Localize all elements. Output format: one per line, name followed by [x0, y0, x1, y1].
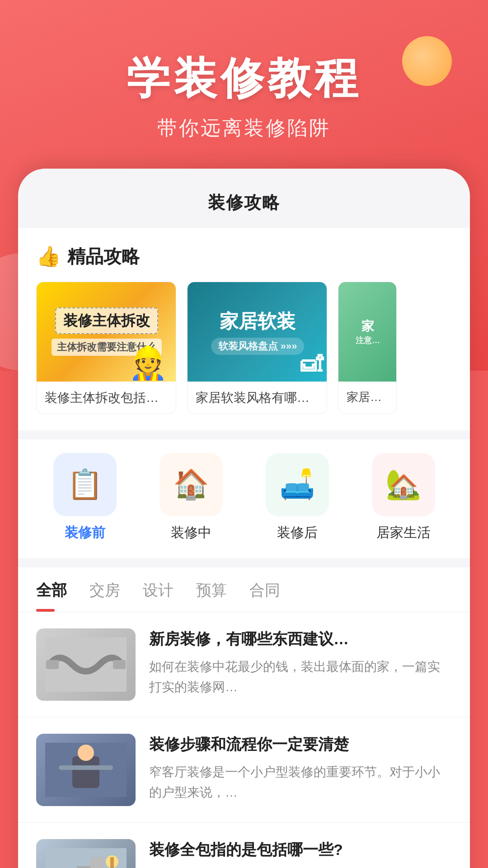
card-header: 装修攻略: [18, 169, 470, 228]
filter-tab-contract[interactable]: 合同: [249, 580, 280, 612]
stairs-svg: [45, 848, 127, 868]
article-item-2[interactable]: 装修步骤和流程你一定要清楚 窄客厅装修是一个小户型装修的重要环节。对于小小的户型…: [18, 717, 470, 823]
thumb-placeholder-3: [36, 839, 136, 868]
article-title-3: 装修全包指的是包括哪一些?: [149, 839, 452, 861]
filter-tab-handover[interactable]: 交房: [89, 580, 120, 612]
section-title-row: 👍 精品攻略: [36, 244, 452, 269]
article-title-2: 装修步骤和流程你一定要清楚: [149, 734, 452, 755]
category-before-label: 装修前: [65, 524, 105, 542]
category-after-icon-wrap: 🛋️: [266, 453, 329, 516]
phone-card: 装修攻略 👍 精品攻略 装修主体拆改 主体拆改需要注意什么 👷 装修主体拆改包: [18, 169, 470, 868]
category-living-label: 居家生活: [376, 524, 431, 542]
section-title: 精品攻略: [67, 244, 140, 269]
category-before-icon: 📋: [67, 467, 103, 501]
svg-rect-1: [113, 660, 126, 669]
category-after[interactable]: 🛋️ 装修后: [249, 453, 346, 542]
svg-rect-6: [59, 765, 113, 770]
featured-section: 👍 精品攻略 装修主体拆改 主体拆改需要注意什么 👷 装修主体拆改包括…: [18, 228, 470, 430]
category-during-icon: 🏠: [173, 467, 209, 501]
article-thumb-1: [36, 628, 136, 701]
article-content-2: 装修步骤和流程你一定要清楚 窄客厅装修是一个小户型装修的重要环节。对于小小的户型…: [149, 734, 452, 806]
article-content-1: 新房装修，有哪些东西建议… 如何在装修中花最少的钱，装出最体面的家，一篇实打实的…: [149, 628, 452, 701]
card2-label: 家居软装风格有哪…: [188, 382, 327, 414]
svg-rect-11: [90, 857, 104, 868]
article-list: 新房装修，有哪些东西建议… 如何在装修中花最少的钱，装出最体面的家，一篇实打实的…: [18, 612, 470, 868]
thumb-placeholder-2: [36, 734, 136, 806]
filter-tab-budget[interactable]: 预算: [196, 580, 227, 612]
filter-tab-all[interactable]: 全部: [36, 580, 67, 612]
card2-sub-title: 软装风格盘点 »»»: [211, 338, 305, 355]
svg-rect-4: [72, 756, 99, 788]
svg-rect-10: [77, 866, 90, 868]
card1-label: 装修主体拆改包括…: [37, 382, 176, 414]
filter-tabs: 全部 交房 设计 预算 合同: [18, 567, 470, 612]
category-section: 📋 装修前 🏠 装修中 🛋️ 装修后 🏡 居家生活: [18, 439, 470, 558]
article-content-3: 装修全包指的是包括哪一些? 对于普通老百姓来说，装修是一件非常复杂以及困难的事情…: [149, 839, 452, 868]
article-title-1: 新房装修，有哪些东西建议…: [149, 628, 452, 650]
svg-rect-13: [110, 857, 114, 868]
category-after-label: 装修后: [277, 524, 318, 542]
thumb-placeholder-1: [36, 628, 136, 701]
article-excerpt-2: 窄客厅装修是一个小户型装修的重要环节。对于小小的户型来说，…: [149, 762, 452, 803]
category-after-icon: 🛋️: [279, 467, 315, 501]
featured-cards-scroll[interactable]: 装修主体拆改 主体拆改需要注意什么 👷 装修主体拆改包括… 家居软装 软装风格盘…: [36, 282, 452, 414]
article-thumb-2: [36, 734, 136, 806]
section-icon: 👍: [36, 245, 61, 268]
article-thumb-3: [36, 839, 136, 868]
cable-svg: [45, 637, 127, 692]
category-during[interactable]: 🏠 装修中: [142, 453, 239, 542]
article-excerpt-1: 如何在装修中花最少的钱，装出最体面的家，一篇实打实的装修网…: [149, 657, 452, 698]
category-during-icon-wrap: 🏠: [160, 453, 223, 516]
filter-tab-design[interactable]: 设计: [143, 580, 174, 612]
featured-card-2[interactable]: 家居软装 软装风格盘点 »»» 🛋 家居软装风格有哪…: [187, 282, 327, 414]
category-before[interactable]: 📋 装修前: [36, 453, 133, 542]
category-living[interactable]: 🏡 居家生活: [355, 453, 452, 542]
card3-label: 家居…: [338, 382, 396, 412]
featured-card-3[interactable]: 家 注意… 家居…: [338, 282, 397, 414]
category-during-label: 装修中: [171, 524, 211, 542]
svg-point-5: [78, 745, 94, 761]
hero-title: 学装修教程: [0, 54, 488, 102]
worker-svg: [45, 743, 127, 797]
hero-section: 学装修教程 带你远离装修陷阱: [0, 0, 488, 169]
category-living-icon-wrap: 🏡: [372, 453, 435, 516]
category-before-icon-wrap: 📋: [53, 453, 117, 516]
category-living-icon: 🏡: [385, 467, 422, 501]
article-item-1[interactable]: 新房装修，有哪些东西建议… 如何在装修中花最少的钱，装出最体面的家，一篇实打实的…: [18, 612, 470, 717]
furniture-icon: 🛋: [300, 351, 323, 377]
svg-rect-2: [46, 660, 59, 669]
worker-icon: 👷: [128, 344, 168, 382]
card1-main-title: 装修主体拆改: [55, 307, 158, 334]
article-item-3[interactable]: 装修全包指的是包括哪一些? 对于普通老百姓来说，装修是一件非常复杂以及困难的事情…: [18, 823, 470, 868]
featured-card-1[interactable]: 装修主体拆改 主体拆改需要注意什么 👷 装修主体拆改包括…: [36, 282, 176, 414]
hero-subtitle: 带你远离装修陷阱: [0, 115, 488, 142]
card2-main-title: 家居软装: [220, 309, 296, 334]
